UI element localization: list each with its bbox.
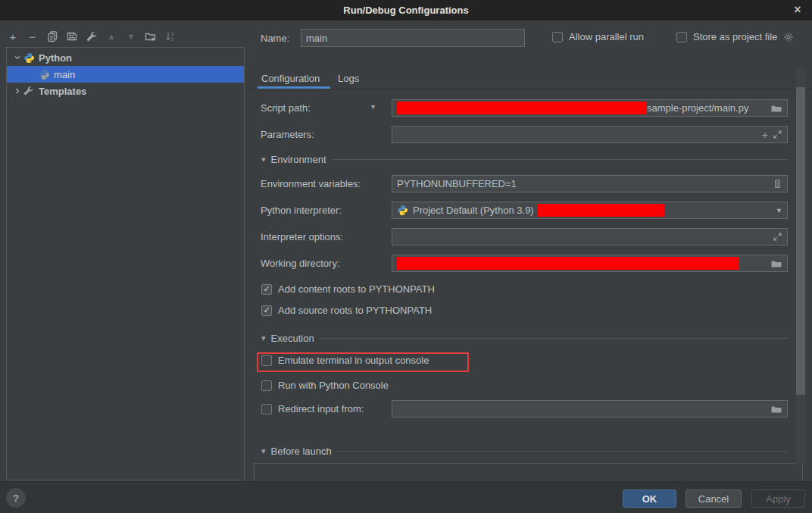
emulate-terminal-label: Emulate terminal in output console [278, 355, 429, 366]
minus-icon: − [30, 30, 36, 43]
edit-templates-button[interactable] [85, 30, 98, 43]
working-directory-label: Working directory: [261, 258, 340, 269]
ok-button[interactable]: OK [623, 490, 676, 508]
script-path-field[interactable]: sample-project/main.py [392, 99, 788, 117]
tree-item-templates[interactable]: Templates [7, 83, 244, 99]
browse-folder-icon[interactable] [770, 403, 782, 415]
environment-variables-value: PYTHONUNBUFFERED=1 [397, 178, 517, 189]
question-mark-icon: ? [13, 493, 19, 504]
checkbox-icon [261, 380, 272, 391]
checkbox-icon [261, 404, 272, 414]
tree-item-python[interactable]: Python [7, 49, 244, 66]
before-launch-section-label: Before launch [271, 446, 332, 457]
plus-icon: + [10, 30, 17, 43]
emulate-terminal-checkbox[interactable]: Emulate terminal in output console [261, 355, 429, 366]
before-launch-task-list[interactable] [254, 463, 803, 481]
redirect-input-label: Redirect input from: [278, 403, 364, 414]
environment-variables-field[interactable]: PYTHONUNBUFFERED=1 [392, 175, 788, 192]
tree-item-main[interactable]: main [7, 66, 244, 83]
cancel-button[interactable]: Cancel [686, 490, 742, 508]
redirect-input-checkbox[interactable]: Redirect input from: [261, 403, 364, 414]
wrench-icon [86, 31, 98, 42]
browse-folder-icon[interactable] [770, 258, 782, 270]
remove-configuration-button[interactable]: − [26, 30, 39, 43]
gear-icon[interactable] [783, 32, 794, 42]
allow-parallel-run-checkbox[interactable]: Allow parallel run [552, 31, 644, 42]
save-icon [66, 30, 78, 42]
tab-configuration[interactable]: Configuration [261, 73, 320, 84]
checkbox-icon [676, 32, 687, 42]
tree-item-label: main [54, 69, 75, 80]
sort-configurations-button[interactable]: az [164, 30, 177, 43]
add-source-roots-label: Add source roots to PYTHONPATH [278, 305, 432, 316]
python-logo-icon [397, 205, 408, 216]
script-path-value: sample-project/main.py [647, 102, 748, 114]
checkbox-checked-icon: ✓ [261, 305, 272, 316]
python-interpreter-value: Project Default (Python 3.9) [413, 205, 534, 216]
combo-dropdown-icon[interactable]: ▼ [776, 207, 782, 214]
dialog-title: Run/Debug Configurations [343, 5, 468, 16]
checkbox-icon [552, 32, 563, 42]
expand-field-icon[interactable] [773, 232, 782, 242]
before-launch-section-header[interactable]: ▾ Before launch [261, 446, 788, 457]
parameters-field[interactable]: + [392, 126, 788, 143]
copy-configuration-button[interactable] [45, 30, 59, 43]
close-icon[interactable]: × [789, 2, 806, 18]
add-configuration-button[interactable]: + [6, 30, 20, 43]
python-interpreter-combobox[interactable]: Project Default (Python 3.9) ▼ [392, 202, 788, 219]
add-content-roots-label: Add content roots to PYTHONPATH [278, 283, 435, 295]
tree-item-label: Templates [39, 86, 86, 97]
chevron-down-icon [14, 54, 21, 61]
script-path-label: Script path: [261, 102, 311, 114]
title-bar: Run/Debug Configurations × [0, 0, 812, 20]
scrollbar-thumb[interactable] [796, 87, 805, 395]
run-debug-configurations-dialog: Run/Debug Configurations × + − ▲ ▼ az Py… [0, 0, 812, 513]
save-configuration-button[interactable] [65, 30, 79, 43]
run-with-python-console-checkbox[interactable]: Run with Python Console [261, 380, 389, 391]
environment-section-label: Environment [271, 154, 326, 165]
name-label: Name: [261, 33, 289, 44]
arrow-down-icon: ▼ [127, 32, 136, 41]
move-down-button[interactable]: ▼ [124, 30, 138, 43]
checkbox-checked-icon: ✓ [261, 284, 272, 295]
python-interpreter-label: Python interpreter: [261, 205, 342, 216]
svg-text:z: z [171, 36, 173, 42]
python-logo-icon [23, 52, 35, 64]
checkbox-icon [261, 355, 272, 366]
interpreter-options-label: Interpreter options: [261, 231, 343, 242]
help-button[interactable]: ? [6, 488, 26, 508]
environment-variables-label: Environment variables: [261, 178, 361, 189]
store-as-project-file-label: Store as project file [693, 31, 777, 42]
expand-field-icon[interactable] [773, 130, 782, 139]
name-input[interactable] [301, 29, 525, 47]
redacted-interpreter-segment [537, 204, 664, 217]
chevron-right-icon [14, 87, 21, 95]
execution-section-label: Execution [271, 333, 314, 344]
execution-section-header[interactable]: ▾ Execution [261, 333, 788, 344]
scrollbar-track[interactable] [796, 67, 805, 464]
configurations-tree: Python main Templates [6, 47, 245, 480]
interpreter-options-field[interactable] [392, 228, 788, 246]
run-with-python-console-label: Run with Python Console [278, 380, 389, 391]
script-path-switcher-icon[interactable]: ▾ [371, 102, 375, 111]
dialog-footer: ? OK Cancel Apply [0, 481, 812, 513]
add-source-roots-checkbox[interactable]: ✓ Add source roots to PYTHONPATH [261, 305, 432, 316]
browse-folder-icon[interactable] [770, 102, 782, 114]
working-directory-field[interactable] [392, 255, 788, 272]
tab-separator [250, 89, 812, 89]
store-as-project-file-checkbox[interactable]: Store as project file [676, 31, 794, 42]
redacted-path-segment [397, 102, 647, 114]
sort-az-icon: az [164, 30, 176, 42]
move-up-button[interactable]: ▲ [105, 30, 118, 43]
edit-variables-icon[interactable] [773, 179, 782, 189]
add-content-roots-checkbox[interactable]: ✓ Add content roots to PYTHONPATH [261, 283, 435, 295]
tab-logs[interactable]: Logs [338, 73, 359, 84]
apply-button[interactable]: Apply [751, 490, 805, 508]
new-folder-button[interactable] [144, 30, 158, 43]
allow-parallel-run-label: Allow parallel run [569, 31, 644, 42]
insert-macro-icon[interactable]: + [762, 129, 768, 141]
section-collapse-icon: ▾ [261, 155, 266, 164]
new-folder-icon [145, 30, 157, 42]
environment-section-header[interactable]: ▾ Environment [261, 154, 788, 165]
redirect-input-field[interactable] [392, 400, 788, 418]
